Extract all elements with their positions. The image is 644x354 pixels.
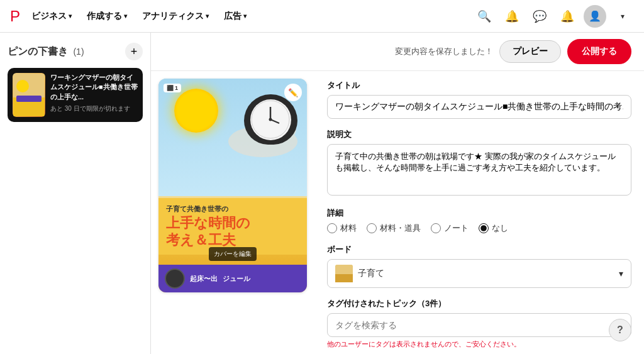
- badge-count: 1: [175, 85, 178, 91]
- detail-radio-group: 材料 材料・道具 ノート なし: [327, 223, 631, 234]
- help-button[interactable]: ?: [609, 319, 631, 341]
- thumbnail-image: [13, 73, 45, 117]
- board-label: ボード: [327, 244, 631, 255]
- radio-tools-input[interactable]: [367, 223, 377, 233]
- detail-label: 詳細: [327, 207, 631, 219]
- pin-badge: ⬛ 1: [164, 84, 181, 92]
- pin-preview-area: 子育て共働き世帯の 上手な時間の考え＆工夫 起床〜出 ジュール ⬛ 1: [151, 71, 314, 354]
- radio-materials-input[interactable]: [327, 223, 337, 233]
- top-nav: P ビジネス ▾ 作成する ▾ アナリティクス ▾ 広告 ▾ 🔍 🔔 💬 🔔 👤…: [0, 0, 644, 33]
- nav-items: ビジネス ▾ 作成する ▾ アナリティクス ▾ 広告 ▾: [25, 7, 473, 26]
- content-body: 子育て共働き世帯の 上手な時間の考え＆工夫 起床〜出 ジュール ⬛ 1: [151, 71, 644, 354]
- cover-edit-overlay[interactable]: カバーを編集: [209, 247, 257, 261]
- search-button[interactable]: 🔍: [473, 5, 496, 28]
- topic-hint: 他のユーザーにタグは表示されませんので、ご安心ください。: [327, 340, 631, 349]
- alerts-button[interactable]: 🔔: [556, 5, 579, 28]
- draft-card-title: ワーキングマザーの朝タイムスケジュール■共働き世帯の上手な...: [50, 73, 138, 102]
- pin-image: 子育て共働き世帯の 上手な時間の考え＆工夫 起床〜出 ジュール ⬛ 1: [158, 79, 307, 292]
- sidebar-title: ピンの下書き (1): [8, 45, 84, 58]
- title-label: タイトル: [327, 80, 631, 91]
- svg-rect-11: [335, 274, 353, 282]
- radio-note-label: ノート: [444, 223, 469, 234]
- board-name: 子育て: [358, 268, 384, 279]
- clock-face: [250, 99, 291, 140]
- svg-point-2: [16, 80, 29, 92]
- pin-text-yellow: 子育て共働き世帯の 上手な時間の考え＆工夫: [158, 198, 307, 255]
- nav-item-create[interactable]: 作成する ▾: [80, 7, 133, 26]
- pin-subtitle: 子育て共働き世帯の: [166, 204, 299, 214]
- sidebar-draft-card[interactable]: ワーキングマザーの朝タイムスケジュール■共働き世帯の上手な... あと 30 日…: [8, 68, 143, 122]
- detail-section: 詳細 材料 材料・道具 ノート: [327, 207, 631, 234]
- pin-card: 子育て共働き世帯の 上手な時間の考え＆工夫 起床〜出 ジュール ⬛ 1: [158, 79, 307, 292]
- sidebar-header: ピンの下書き (1) +: [8, 43, 143, 60]
- chevron-down-icon: ▾: [206, 13, 209, 19]
- account-chevron-icon[interactable]: ▾: [611, 5, 634, 28]
- pin-bottom-suffix: ジュール: [223, 274, 250, 284]
- board-chevron-icon: ▾: [619, 268, 623, 279]
- notification-button[interactable]: 🔔: [501, 5, 523, 28]
- alarm-clock-icon: [244, 94, 297, 145]
- pin-main-text: 上手な時間の考え＆工夫: [166, 215, 299, 248]
- desc-label: 説明文: [327, 129, 631, 140]
- board-select-inner: 子育て: [335, 265, 384, 282]
- message-button[interactable]: 💬: [528, 5, 551, 28]
- content-header: 変更内容を保存しました！ プレビー 公開する: [151, 33, 644, 71]
- radio-note-input[interactable]: [431, 223, 441, 233]
- publish-button[interactable]: 公開する: [567, 39, 631, 64]
- nav-item-business[interactable]: ビジネス ▾: [25, 7, 78, 26]
- draft-card-thumbnail: [13, 73, 45, 117]
- topic-section: タグ付けされたトピック（3件） 他のユーザーにタグは表示されませんので、ご安心く…: [327, 298, 631, 349]
- add-pin-button[interactable]: +: [125, 43, 143, 60]
- clock-small-icon: [165, 268, 185, 289]
- preview-button[interactable]: プレビー: [499, 40, 561, 63]
- chevron-down-icon: ▾: [243, 13, 247, 19]
- nav-item-ads[interactable]: 広告 ▾: [218, 7, 253, 26]
- pin-edit-button[interactable]: ✏️: [284, 84, 302, 101]
- desc-section: 説明文: [327, 129, 631, 197]
- desc-textarea[interactable]: [327, 144, 631, 196]
- avatar[interactable]: 👤: [584, 5, 606, 28]
- radio-none-label: なし: [492, 223, 508, 234]
- topic-label: タグ付けされたトピック（3件）: [327, 298, 631, 309]
- svg-point-9: [269, 118, 272, 121]
- main-layout: ピンの下書き (1) + ワーキングマザーの朝タイムスケジュール■共働き世帯の上…: [0, 33, 644, 354]
- radio-materials-label: 材料: [340, 223, 357, 234]
- radio-tools-label: 材料・道具: [380, 223, 421, 234]
- board-select[interactable]: 子育て ▾: [327, 259, 631, 288]
- saved-message: 変更内容を保存しました！: [395, 46, 493, 57]
- board-section: ボード 子育て ▾: [327, 244, 631, 288]
- chevron-down-icon: ▾: [124, 13, 127, 19]
- nav-item-analytics[interactable]: アナリティクス ▾: [136, 7, 215, 26]
- pin-bottom-text: 起床〜出: [190, 274, 218, 284]
- radio-none-input[interactable]: [479, 223, 489, 233]
- radio-note[interactable]: ノート: [431, 223, 469, 234]
- radio-none[interactable]: なし: [479, 223, 508, 234]
- nav-right: 🔍 🔔 💬 🔔 👤 ▾: [473, 5, 634, 28]
- draft-card-info: ワーキングマザーの朝タイムスケジュール■共働き世帯の上手な... あと 30 日…: [50, 73, 138, 117]
- sun-icon: [174, 89, 218, 133]
- sidebar: ピンの下書き (1) + ワーキングマザーの朝タイムスケジュール■共働き世帯の上…: [0, 33, 151, 354]
- radio-materials[interactable]: 材料: [327, 223, 357, 234]
- svg-rect-3: [16, 96, 42, 102]
- form-panel: タイトル 説明文 詳細 材料: [314, 71, 644, 354]
- title-input[interactable]: [327, 95, 631, 119]
- topic-input[interactable]: [327, 313, 631, 337]
- topic-input-wrap: [327, 313, 631, 337]
- badge-num: ⬛: [167, 85, 174, 91]
- radio-tools[interactable]: 材料・道具: [367, 223, 421, 234]
- logo-icon[interactable]: P: [10, 8, 20, 25]
- draft-card-expiry: あと 30 日で期限が切れます: [50, 104, 138, 113]
- board-thumbnail: [335, 265, 353, 282]
- title-section: タイトル: [327, 80, 631, 119]
- pin-bottom-strip: 起床〜出 ジュール: [158, 265, 307, 292]
- center-content: 変更内容を保存しました！ プレビー 公開する: [151, 33, 644, 354]
- chevron-down-icon: ▾: [69, 13, 72, 19]
